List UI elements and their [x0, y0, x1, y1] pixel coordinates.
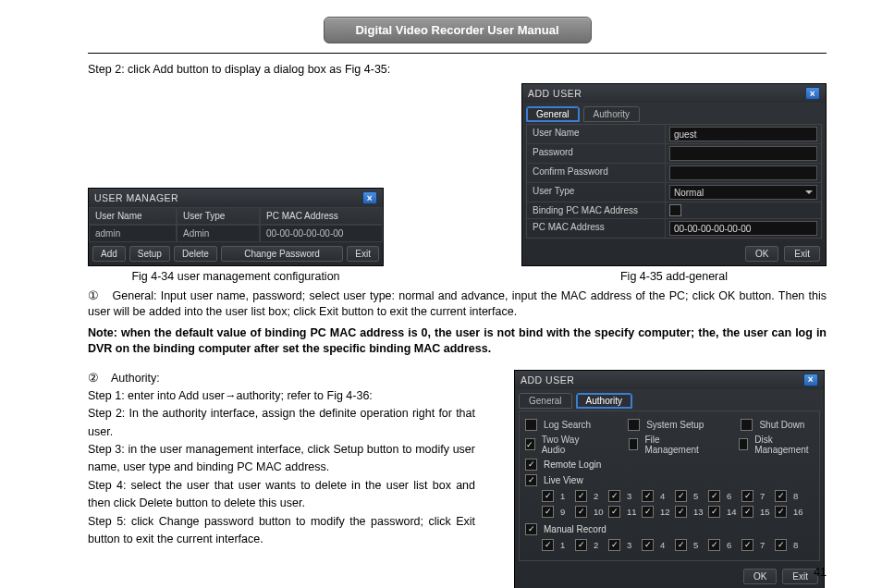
password-input[interactable]	[669, 146, 817, 161]
channel-11[interactable]: ✓11	[608, 506, 642, 518]
chk-disk-management[interactable]	[739, 438, 749, 450]
step-1: Step 1: enter into Add user→authority; r…	[88, 387, 475, 405]
channel-8[interactable]: ✓8	[775, 539, 808, 551]
chk-two-way-audio[interactable]: ✓	[525, 438, 535, 450]
mac-input[interactable]: 00-00-00-00-00-00	[669, 221, 817, 236]
exit-button[interactable]: Exit	[784, 246, 820, 262]
add-button[interactable]: Add	[92, 246, 126, 262]
add-user-title: ADD USER	[528, 88, 582, 99]
paragraph-note: Note: when the default value of binding …	[88, 325, 827, 357]
um-val-mac: 00-00-00-00-00-00	[260, 225, 383, 242]
lbl-confirm: Confirm Password	[527, 164, 666, 182]
lbl-mac: PC MAC Address	[527, 219, 666, 238]
arrow-icon: →	[225, 389, 237, 402]
right-column: ADD USER × General Authority Log Search …	[512, 370, 827, 589]
usertype-select[interactable]: Normal	[669, 185, 817, 200]
step-3: Step 3: in the user management interface…	[88, 441, 475, 477]
intro-step2: Step 2: click Add button to display a di…	[88, 63, 827, 76]
channel-16[interactable]: ✓16	[775, 506, 808, 518]
channel-3[interactable]: ✓3	[608, 539, 642, 551]
chk-file-management[interactable]	[629, 438, 639, 450]
channel-6[interactable]: ✓6	[708, 490, 741, 502]
um-col-usertype: User Type	[177, 207, 260, 225]
page-title: Digital Video Recorder User Manual	[355, 23, 558, 37]
add-user-titlebar: ADD USER ×	[522, 84, 826, 103]
fig-34-wrap: USER MANAGER × User Name User Type PC MA…	[88, 188, 384, 283]
um-header-row: User Name User Type PC MAC Address	[89, 207, 383, 225]
channel-2[interactable]: ✓2	[575, 490, 608, 502]
table-row[interactable]: admin Admin 00-00-00-00-00-00	[89, 225, 383, 242]
exit-button[interactable]: Exit	[347, 246, 379, 262]
auth-buttons: OK Exit	[515, 565, 824, 588]
user-manager-dialog: USER MANAGER × User Name User Type PC MA…	[88, 188, 384, 266]
setup-button[interactable]: Setup	[129, 246, 170, 262]
fig-35-wrap: ADD USER × General Authority User Namegu…	[521, 83, 827, 283]
add-user-buttons: OK Exit	[522, 242, 826, 265]
channel-2[interactable]: ✓2	[575, 539, 608, 551]
channel-7[interactable]: ✓7	[741, 539, 775, 551]
step-4: Step 4: select the user that user wants …	[88, 477, 475, 513]
ok-button[interactable]: OK	[745, 246, 778, 262]
delete-button[interactable]: Delete	[174, 246, 217, 262]
auth-titlebar: ADD USER ×	[515, 371, 824, 389]
change-password-button[interactable]: Change Password	[221, 246, 343, 262]
lbl-usertype: User Type	[527, 183, 666, 202]
chk-log-search[interactable]	[525, 419, 537, 431]
channel-8[interactable]: ✓8	[775, 490, 808, 502]
tab-authority[interactable]: Authority	[583, 106, 640, 122]
auth-tabs: General Authority	[515, 389, 824, 410]
auth-title: ADD USER	[521, 374, 574, 386]
paragraph-general: ① General: Input user name, password; se…	[88, 288, 827, 320]
chk-manual-record[interactable]: ✓	[525, 523, 537, 535]
channel-1[interactable]: ✓1	[542, 490, 575, 502]
fig34-caption: Fig 4-34 user management configuration	[131, 270, 339, 283]
add-user-authority-dialog: ADD USER × General Authority Log Search …	[514, 370, 825, 589]
two-column-section: ② Authority: Step 1: enter into Add user…	[88, 370, 827, 589]
chk-shut-down[interactable]	[741, 419, 753, 431]
channel-5[interactable]: ✓5	[675, 539, 708, 551]
fig35-caption: Fig 4-35 add-general	[620, 270, 728, 283]
chk-system-setup[interactable]	[628, 419, 640, 431]
um-val-usertype: Admin	[177, 225, 260, 242]
channel-9[interactable]: ✓9	[542, 506, 575, 518]
channel-15[interactable]: ✓15	[741, 506, 775, 518]
page-title-bar: Digital Video Recorder User Manual	[324, 17, 592, 43]
channel-14[interactable]: ✓14	[708, 506, 741, 518]
lbl-binding: Binding PC MAC Address	[527, 202, 666, 218]
authority-heading: ② Authority:	[88, 370, 475, 387]
lbl-username: User Name	[527, 125, 666, 143]
user-manager-title: USER MANAGER	[94, 192, 178, 203]
binding-mac-checkbox[interactable]	[669, 204, 681, 216]
username-input[interactable]: guest	[669, 127, 817, 141]
close-icon[interactable]: ×	[805, 87, 820, 100]
figure-row-1: USER MANAGER × User Name User Type PC MA…	[88, 83, 827, 283]
channel-13[interactable]: ✓13	[675, 506, 708, 518]
close-icon[interactable]: ×	[803, 374, 818, 386]
channel-12[interactable]: ✓12	[642, 506, 675, 518]
tab-general[interactable]: General	[519, 393, 572, 409]
channel-1[interactable]: ✓1	[542, 539, 575, 551]
channel-7[interactable]: ✓7	[741, 490, 775, 502]
close-icon[interactable]: ×	[362, 191, 377, 204]
tab-general[interactable]: General	[526, 106, 580, 122]
channel-4[interactable]: ✓4	[642, 490, 675, 502]
channel-3[interactable]: ✓3	[608, 490, 642, 502]
auth-body: Log Search System Setup Shut Down ✓Two W…	[519, 410, 820, 561]
chk-live-view[interactable]: ✓	[525, 474, 537, 486]
tab-authority[interactable]: Authority	[576, 393, 632, 409]
channel-4[interactable]: ✓4	[642, 539, 675, 551]
page-number: 41	[814, 566, 827, 579]
ok-button[interactable]: OK	[743, 569, 777, 584]
um-col-username: User Name	[89, 207, 177, 225]
um-col-mac: PC MAC Address	[260, 207, 383, 225]
channel-6[interactable]: ✓6	[708, 539, 741, 551]
channel-10[interactable]: ✓10	[575, 506, 608, 518]
confirm-password-input[interactable]	[669, 165, 817, 180]
add-user-dialog: ADD USER × General Authority User Namegu…	[521, 83, 827, 266]
chk-remote-login[interactable]: ✓	[525, 459, 537, 471]
channel-5[interactable]: ✓5	[675, 490, 708, 502]
step-2: Step 2: In the authority interface, assi…	[88, 405, 475, 441]
left-column: ② Authority: Step 1: enter into Add user…	[88, 370, 475, 589]
step-5: Step 5: click Change password button to …	[88, 513, 475, 549]
add-user-tabs: General Authority	[522, 103, 826, 124]
